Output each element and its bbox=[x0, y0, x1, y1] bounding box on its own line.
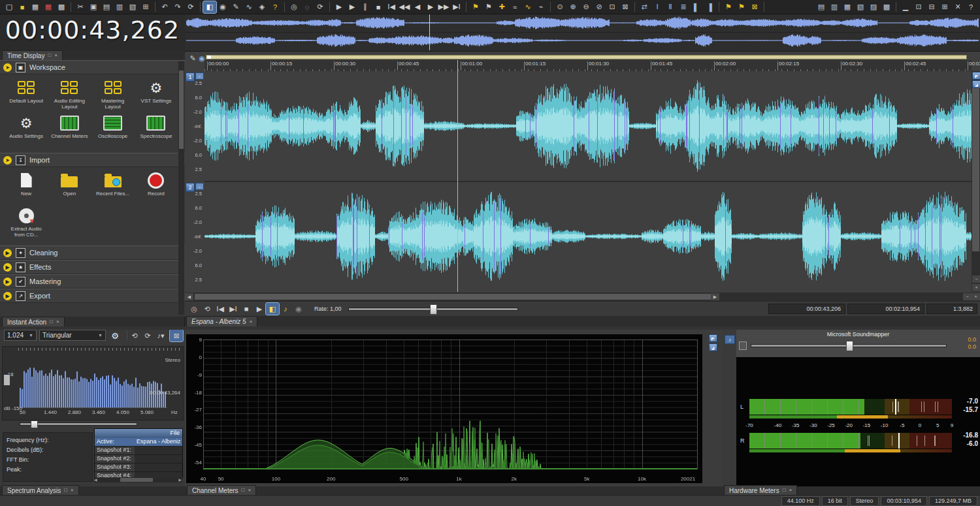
zoom-out-icon[interactable]: ⊖ bbox=[580, 1, 593, 13]
tab-instant-action[interactable]: Instant Action □ × bbox=[2, 317, 65, 326]
maximize-height-icon[interactable]: ◪ bbox=[972, 80, 980, 88]
editor-hscroll-thumb[interactable] bbox=[195, 294, 711, 300]
waveform-canvas[interactable] bbox=[204, 71, 972, 292]
go-to-start-icon[interactable]: Ⅰ◀ bbox=[385, 1, 398, 13]
snapshot-row[interactable]: Active:Espana - Albeniz bbox=[95, 438, 182, 447]
cut-icon[interactable]: ✂ bbox=[74, 1, 87, 13]
meter-left-icon[interactable]: ▌ bbox=[690, 1, 703, 13]
repeat-icon[interactable]: ⟳ bbox=[184, 1, 197, 13]
maximize-width-icon[interactable]: ◩ bbox=[709, 334, 717, 342]
window-minimize-icon[interactable]: ▁ bbox=[899, 1, 912, 13]
close-icon[interactable]: × bbox=[71, 488, 74, 493]
sidebar-scrollbar[interactable] bbox=[178, 61, 184, 315]
tab-hardware-meters[interactable]: Hardware Meters □ × bbox=[724, 485, 797, 495]
step-back-icon[interactable]: ◀ bbox=[411, 1, 424, 13]
close-icon[interactable]: × bbox=[56, 319, 59, 324]
action-audio-settings[interactable]: ⚙Audio Settings bbox=[5, 114, 47, 147]
rewind-icon[interactable]: ◀◀ bbox=[398, 1, 411, 13]
channel-badge-2[interactable]: 2 bbox=[186, 183, 195, 192]
zoom-out-vertical-icon[interactable]: − bbox=[972, 276, 980, 283]
tab-spectrum-analysis[interactable]: Spectrum Analysis □ × bbox=[2, 485, 79, 495]
spectrum-table-scrollbar[interactable]: ◀ ▶ bbox=[94, 477, 182, 482]
rate-slider[interactable] bbox=[348, 308, 518, 311]
redo-icon[interactable]: ↷ bbox=[171, 1, 184, 13]
fft-size-combo[interactable]: 1.024▼ bbox=[4, 330, 37, 341]
mixer-icon[interactable]: ≣ bbox=[677, 1, 690, 13]
envelope-tool-icon[interactable]: ∿ bbox=[242, 1, 255, 13]
section-header-import[interactable]: ➤↧Import bbox=[0, 153, 185, 167]
plugin-chain-icon[interactable]: ◌ bbox=[301, 1, 314, 13]
editor-hscrollbar[interactable]: ◀ ▶ − + bbox=[185, 293, 980, 301]
zoom-fit-icon[interactable]: ⊠ bbox=[619, 1, 632, 13]
editor-vscrollbar[interactable]: ◩ ◪ − + bbox=[972, 71, 980, 292]
refresh-icon[interactable]: ⟳ bbox=[314, 1, 327, 13]
float-icon[interactable]: □ bbox=[242, 488, 245, 493]
editor-vscroll-thumb[interactable] bbox=[972, 88, 979, 251]
paste-icon[interactable]: ▤ bbox=[100, 1, 113, 13]
close-icon[interactable]: × bbox=[250, 319, 253, 324]
sidebar-scroll-thumb[interactable] bbox=[179, 71, 184, 149]
spectrum-sync-button[interactable]: ⟳ bbox=[141, 330, 154, 341]
maximize-width-icon[interactable]: ◩ bbox=[972, 72, 980, 80]
scroll-left-icon[interactable]: ◀ bbox=[185, 293, 193, 300]
spectrum-vslider[interactable] bbox=[3, 374, 10, 386]
float-icon[interactable]: □ bbox=[783, 488, 786, 493]
help-icon[interactable]: ? bbox=[269, 1, 282, 13]
play-all-icon[interactable]: ▶ bbox=[333, 1, 346, 13]
action-new[interactable]: New bbox=[5, 172, 47, 204]
stop-button[interactable]: ■ bbox=[240, 303, 253, 315]
zoom-window-icon[interactable]: ⊡ bbox=[606, 1, 619, 13]
spectrum-monitor-button[interactable]: ♪▾ bbox=[154, 330, 167, 341]
edit-tool-icon[interactable]: ◧ bbox=[203, 1, 216, 13]
view-sonogram-icon[interactable]: ▦ bbox=[841, 1, 854, 13]
output-gain-thumb[interactable] bbox=[846, 341, 853, 351]
spectrum-hslider[interactable] bbox=[20, 422, 137, 426]
section-header-workspace[interactable]: ➤▣Workspace bbox=[0, 60, 185, 74]
action-open[interactable]: Open bbox=[48, 172, 90, 204]
action-audio-editing-layout[interactable]: Audio Editing Layout bbox=[48, 79, 90, 112]
snap-icon[interactable]: ⌁ bbox=[534, 1, 547, 13]
close-icon[interactable]: × bbox=[54, 53, 57, 58]
lock-markers-icon[interactable]: ⊠ bbox=[748, 1, 761, 13]
play-button[interactable]: ▶ bbox=[253, 303, 266, 315]
step-forward-icon[interactable]: ▶ bbox=[424, 1, 437, 13]
pencil-tool-icon[interactable]: ✎ bbox=[229, 1, 242, 13]
spectrum-hslider-thumb[interactable] bbox=[31, 420, 38, 428]
expand-arrow-icon[interactable]: ▶ bbox=[3, 292, 12, 300]
expand-arrow-icon[interactable]: ▶ bbox=[3, 277, 12, 286]
scroll-left-icon[interactable]: ◀ bbox=[94, 477, 97, 482]
save-icon[interactable]: ▦ bbox=[29, 1, 42, 13]
expand-arrow-icon[interactable]: ▶ bbox=[3, 249, 12, 257]
expand-arrow-icon[interactable]: ➤ bbox=[3, 63, 12, 72]
window-cascade-icon[interactable]: ⊡ bbox=[912, 1, 925, 13]
lock-icon[interactable] bbox=[739, 341, 747, 350]
scrub-tool-button[interactable]: ◧ bbox=[266, 303, 279, 315]
new-file-icon[interactable]: ▢ bbox=[3, 1, 16, 13]
action-mastering-layout[interactable]: Mastering Layout bbox=[92, 79, 134, 112]
event-tool-icon[interactable]: ◈ bbox=[255, 1, 269, 13]
trim-icon[interactable]: ⊞ bbox=[139, 1, 152, 13]
action-vst-settings[interactable]: ⚙VST Settings bbox=[135, 79, 177, 112]
float-icon[interactable]: □ bbox=[48, 53, 51, 58]
audio-monitor-button[interactable]: ♪ bbox=[279, 303, 292, 315]
snapshot-row[interactable]: Snapshot #1: bbox=[95, 447, 182, 455]
stereo-icon[interactable]: Ⅱ bbox=[664, 1, 677, 13]
view-explorer-icon[interactable]: ▩ bbox=[880, 1, 893, 13]
expand-arrow-icon[interactable]: ➤ bbox=[3, 156, 12, 165]
waveform-area[interactable] bbox=[204, 71, 972, 292]
open-icon[interactable]: ■ bbox=[16, 1, 29, 13]
channel-minimize-icon[interactable]: − bbox=[195, 72, 204, 80]
view-spectrum-icon[interactable]: ▥ bbox=[828, 1, 841, 13]
channel-minimize-icon[interactable]: − bbox=[195, 183, 204, 190]
insert-region-icon[interactable]: ⚑ bbox=[482, 1, 495, 13]
zoom-selection-icon[interactable]: ⊙ bbox=[553, 1, 566, 13]
insert-command-icon[interactable]: ✚ bbox=[495, 1, 508, 13]
paste-special-icon[interactable]: ▧ bbox=[126, 1, 139, 13]
float-icon[interactable]: □ bbox=[50, 319, 53, 324]
paste-mix-icon[interactable]: ▥ bbox=[113, 1, 126, 13]
go-to-start-button[interactable]: Ⅰ◀ bbox=[214, 303, 227, 315]
save-all-icon[interactable]: ▩ bbox=[55, 1, 68, 13]
snapshot-row[interactable]: Snapshot #3: bbox=[95, 464, 182, 472]
speaker-icon[interactable]: ♪ bbox=[725, 335, 735, 344]
go-to-end-button[interactable]: ▶Ⅰ bbox=[227, 303, 240, 315]
